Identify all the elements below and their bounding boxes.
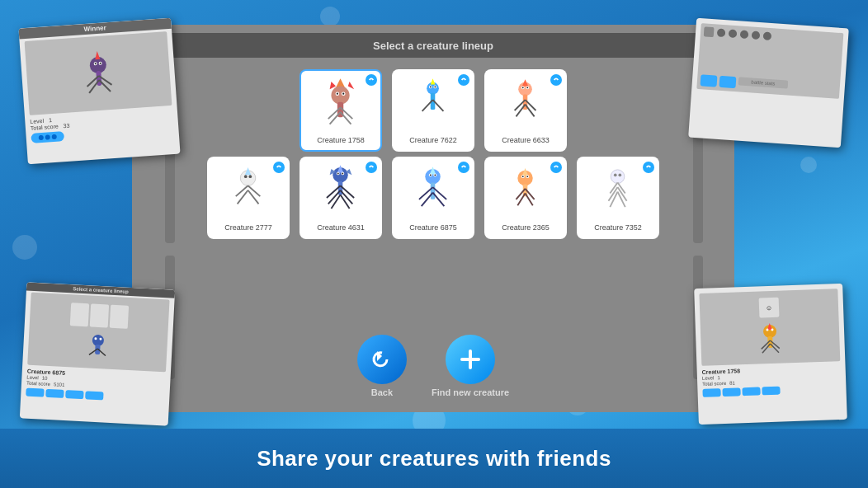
back-button[interactable]	[357, 335, 407, 384]
creature-badge	[643, 162, 654, 173]
creature-bl-svg	[84, 330, 111, 364]
svg-point-50	[550, 74, 562, 86]
polaroid-bl-footer: Creature 6875 Level 10 Total score 5101	[21, 366, 171, 406]
svg-point-60	[522, 87, 524, 88]
polaroid-bottom-right: ☺ Creature 1758 Level 1 Total score 81	[694, 284, 847, 425]
svg-marker-42	[431, 78, 436, 84]
panel-top-bar: Select a creature lineup	[132, 33, 734, 58]
creature-row-1: Creature 1758 Creature 7622 Creature 663…	[300, 69, 567, 152]
creature-badge	[366, 74, 377, 86]
creature-label: Creature 7352	[594, 223, 642, 232]
svg-line-57	[526, 105, 535, 117]
creature-illustration	[316, 77, 366, 134]
svg-line-34	[330, 112, 341, 124]
creature-label: Creature 7622	[409, 136, 457, 144]
svg-line-65	[236, 185, 248, 196]
svg-point-112	[611, 170, 625, 184]
creature-badge	[550, 74, 562, 86]
new-creature-button-container: Find new creature	[432, 335, 509, 397]
svg-line-68	[248, 190, 259, 204]
polaroid-top-right: battle stats	[688, 18, 849, 148]
creature-br-svg	[755, 319, 785, 357]
creature-label: Creature 2365	[502, 223, 550, 232]
bubble	[12, 235, 37, 260]
svg-line-82	[341, 195, 350, 209]
creature-label: Creature 2777	[224, 223, 272, 232]
back-button-container: Back	[357, 335, 407, 397]
svg-point-85	[337, 173, 339, 175]
svg-point-39	[342, 93, 344, 95]
creature-illustration	[408, 77, 458, 134]
polaroid-br-controls	[702, 384, 841, 397]
bottom-banner: Share your creatures with friends	[0, 429, 868, 488]
svg-point-109	[522, 176, 524, 177]
svg-point-38	[337, 93, 338, 95]
creature-illustration	[316, 164, 366, 222]
creature-card[interactable]: Creature 7352	[577, 157, 659, 239]
svg-point-110	[526, 176, 528, 177]
bubble	[320, 7, 340, 26]
svg-point-87	[458, 162, 469, 173]
new-creature-button[interactable]	[446, 335, 495, 384]
svg-point-49	[434, 86, 436, 87]
polaroid-tl-title: Winner	[83, 24, 106, 33]
creature-label: Creature 6875	[409, 223, 457, 232]
svg-point-111	[643, 162, 654, 173]
plus-icon	[458, 347, 483, 372]
polaroid-tl-level-value: 1	[49, 117, 52, 123]
creature-label: Creature 6633	[502, 136, 550, 144]
svg-point-69	[244, 175, 248, 178]
svg-point-86	[342, 173, 343, 175]
creature-badge	[458, 74, 469, 86]
polaroid-top-left: Winner Level 1 Total score 33	[18, 18, 180, 165]
creature-illustration	[408, 164, 458, 222]
panel-title: Select a creature lineup	[373, 40, 493, 52]
creature-badge	[458, 162, 469, 173]
polaroid-bottom-left: Select a creature lineup Creature 6875 L…	[20, 282, 175, 425]
creature-illustration	[501, 164, 550, 222]
svg-point-120	[618, 173, 621, 176]
polaroid-br-footer: Creature 1758 Level 1 Total score 81	[697, 363, 847, 401]
polaroid-tl-level-label: Level	[30, 118, 44, 124]
creature-tl-svg	[76, 43, 121, 103]
svg-line-56	[516, 105, 525, 117]
creature-card[interactable]: Creature 2777	[207, 157, 290, 239]
svg-line-67	[238, 190, 248, 204]
creature-badge	[366, 162, 377, 173]
polaroid-tl-score-label: Total score	[31, 124, 59, 131]
svg-line-81	[331, 195, 340, 209]
creature-card[interactable]: Creature 2365	[484, 157, 567, 239]
back-arrow-icon	[370, 348, 394, 371]
svg-point-70	[248, 175, 252, 178]
svg-point-71	[366, 162, 377, 173]
svg-line-5	[99, 79, 111, 92]
svg-line-94	[433, 193, 445, 207]
creatures-area: Creature 1758 Creature 7622 Creature 663…	[132, 64, 734, 328]
bubble	[800, 157, 817, 173]
creature-label: Creature 4631	[317, 223, 365, 232]
creature-badge	[273, 162, 285, 173]
polaroid-bl-grid	[67, 299, 133, 332]
svg-point-119	[614, 173, 617, 176]
creature-illustration	[593, 164, 643, 222]
creature-row-2: Creature 2777 Creature 4631 Creature 687…	[207, 157, 659, 239]
svg-point-98	[434, 174, 436, 176]
svg-point-26	[366, 74, 377, 86]
creature-badge	[550, 162, 562, 173]
creature-illustration	[224, 164, 273, 222]
polaroid-br-icon: ☺	[759, 298, 780, 318]
svg-point-62	[273, 162, 285, 173]
creature-illustration	[501, 77, 550, 134]
svg-point-97	[430, 174, 432, 176]
svg-point-61	[526, 87, 528, 88]
svg-rect-90	[431, 183, 436, 199]
svg-line-21	[762, 344, 770, 353]
svg-point-48	[430, 86, 432, 87]
creature-card[interactable]: Creature 4631	[300, 157, 382, 239]
back-label: Back	[371, 387, 393, 397]
svg-line-66	[248, 185, 261, 196]
svg-line-35	[341, 112, 351, 124]
bottom-buttons: Back Find new creature	[357, 335, 509, 404]
creature-card[interactable]: Creature 6875	[392, 157, 474, 239]
creature-label: Creature 1758	[317, 136, 365, 144]
